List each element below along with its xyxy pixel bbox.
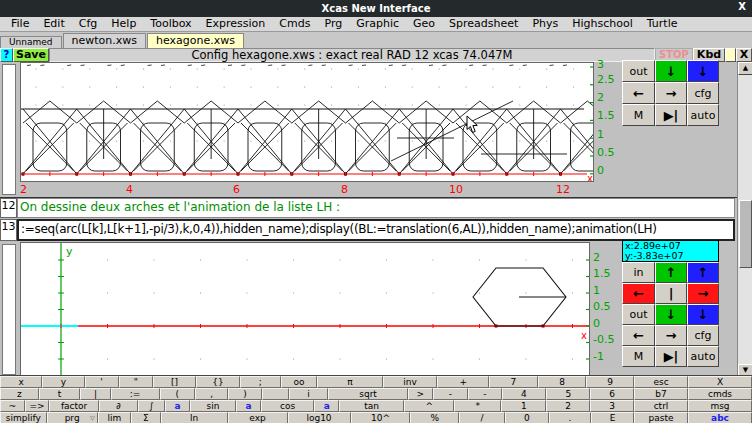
- auto-button[interactable]: auto: [687, 346, 719, 367]
- key-8[interactable]: 8: [538, 376, 586, 388]
- cfg-button[interactable]: cfg: [687, 325, 719, 346]
- key-inv[interactable]: inv: [383, 376, 438, 388]
- key-_[interactable]: *: [454, 400, 501, 412]
- auto-button[interactable]: auto: [687, 104, 719, 126]
- graph1-plot[interactable]: x: [20, 62, 594, 182]
- pause-icon[interactable]: |: [655, 283, 687, 304]
- key-ln[interactable]: ln: [161, 412, 228, 423]
- key-a[interactable]: a: [165, 400, 190, 412]
- tab-unnamed[interactable]: Unnamed: [0, 36, 62, 48]
- key-5[interactable]: 5: [546, 388, 590, 400]
- menu-phys[interactable]: Phys: [525, 17, 565, 31]
- key-_[interactable]: ': [85, 376, 119, 388]
- key-factor[interactable]: factor: [49, 400, 99, 412]
- out-button[interactable]: out: [622, 60, 655, 82]
- key-z[interactable]: z: [0, 388, 39, 400]
- key-_[interactable]: %: [410, 412, 459, 423]
- menu-geo[interactable]: Geo: [406, 17, 442, 31]
- key-blank[interactable]: [262, 388, 289, 400]
- key-cmds[interactable]: cmds: [688, 388, 752, 400]
- key-exp[interactable]: exp: [228, 412, 288, 423]
- arrow-down-icon[interactable]: ↓: [655, 304, 687, 325]
- save-button[interactable]: Save: [13, 48, 49, 62]
- arrow-up-icon[interactable]: ↑: [655, 262, 687, 283]
- key-_[interactable]: ): [228, 388, 261, 400]
- menu-graphic[interactable]: Graphic: [349, 17, 406, 31]
- arrow-left-icon[interactable]: ←: [622, 325, 655, 346]
- tab-hexagone-xws[interactable]: hexagone.xws: [147, 33, 244, 48]
- key-4[interactable]: 4: [502, 388, 547, 400]
- menu-expression[interactable]: Expression: [199, 17, 273, 31]
- menu-highschool[interactable]: Highschool: [565, 17, 640, 31]
- key-_[interactable]: ∂: [99, 400, 138, 412]
- arrow-right-icon[interactable]: →: [655, 325, 687, 346]
- key-6[interactable]: 6: [590, 388, 634, 400]
- key-_[interactable]: -: [468, 388, 501, 400]
- key-sqrt[interactable]: sqrt: [328, 388, 407, 400]
- line-number-12[interactable]: 12: [0, 198, 17, 218]
- comment-line-text[interactable]: On dessine deux arches et l'animation de…: [17, 198, 735, 218]
- cfg-button[interactable]: cfg: [687, 82, 719, 104]
- menu-prg[interactable]: Prg: [317, 17, 349, 31]
- key-_[interactable]: :=: [111, 388, 160, 400]
- key-0[interactable]: 0: [505, 412, 549, 423]
- key-1[interactable]: 1: [501, 400, 546, 412]
- key-_[interactable]: +: [437, 376, 488, 388]
- key-7[interactable]: 7: [489, 376, 538, 388]
- line-number-13[interactable]: 13: [0, 219, 17, 241]
- key-tan[interactable]: tan: [339, 400, 404, 412]
- arrow-left-icon[interactable]: ←: [622, 82, 655, 104]
- command-input[interactable]: :=seq(arc(L[k],L[k+1],-pi/3),k,0,4)),hid…: [17, 219, 735, 241]
- key-_[interactable]: =>: [25, 400, 49, 412]
- key-ctrl[interactable]: ctrl: [634, 400, 688, 412]
- tab-newton-xws[interactable]: newton.xws: [63, 33, 146, 48]
- session-close-button[interactable]: X: [736, 48, 752, 62]
- menu-spreadsheet[interactable]: Spreadsheet: [442, 17, 525, 31]
- config-status[interactable]: Config hexagone.xws : exact real RAD 12 …: [49, 48, 655, 62]
- in-button[interactable]: in: [622, 262, 655, 283]
- key-sin[interactable]: sin: [190, 400, 236, 412]
- key-_[interactable]: ,: [195, 388, 228, 400]
- key-_[interactable]: >: [408, 388, 433, 400]
- key-y[interactable]: y: [42, 376, 84, 388]
- key-_[interactable]: -: [433, 388, 468, 400]
- menu-edit[interactable]: Edit: [36, 17, 71, 31]
- key-b7[interactable]: b7: [634, 388, 688, 400]
- key-E[interactable]: E: [591, 412, 634, 423]
- menu-toolbox[interactable]: Toolbox: [143, 17, 198, 31]
- key-_[interactable]: ∫: [138, 400, 165, 412]
- arrow-down-icon[interactable]: ↓: [655, 60, 687, 82]
- key-t[interactable]: t: [39, 388, 81, 400]
- key-2[interactable]: 2: [546, 400, 590, 412]
- session-scrollbar[interactable]: ▲ ▼: [737, 62, 752, 377]
- key-_[interactable]: /: [459, 412, 505, 423]
- key-_[interactable]: .: [549, 412, 592, 423]
- key-_[interactable]: ^: [404, 400, 454, 412]
- key-_[interactable]: ~: [0, 400, 25, 412]
- menu-cfg[interactable]: Cfg: [72, 17, 105, 31]
- key-_[interactable]: ": [119, 376, 153, 388]
- key-_[interactable]: |: [80, 388, 110, 400]
- key-a[interactable]: a: [236, 400, 261, 412]
- key-3[interactable]: 3: [590, 400, 634, 412]
- key-oo[interactable]: oo: [281, 376, 318, 388]
- key-x[interactable]: x: [0, 376, 42, 388]
- arrow-down-icon[interactable]: ↓: [687, 304, 719, 325]
- out-button[interactable]: out: [622, 304, 655, 325]
- key-simplify[interactable]: simplify: [0, 412, 47, 423]
- arrow-right-icon[interactable]: →: [687, 283, 719, 304]
- key-_[interactable]: []: [153, 376, 196, 388]
- key-paste[interactable]: paste: [634, 412, 688, 423]
- key-_[interactable]: π: [317, 376, 382, 388]
- key-9[interactable]: 9: [586, 376, 634, 388]
- key-cos[interactable]: cos: [261, 400, 314, 412]
- help-button[interactable]: ?: [0, 48, 13, 62]
- key-abc[interactable]: abc: [688, 412, 752, 423]
- graph2-plot[interactable]: yx: [20, 242, 590, 376]
- key-_[interactable]: ;: [240, 376, 281, 388]
- menu-turtle[interactable]: Turtle: [640, 17, 685, 31]
- scrollbar-thumb[interactable]: [739, 200, 752, 268]
- M-button[interactable]: M: [622, 104, 655, 126]
- key-lim[interactable]: lim: [98, 412, 132, 423]
- key-_[interactable]: {}: [196, 376, 239, 388]
